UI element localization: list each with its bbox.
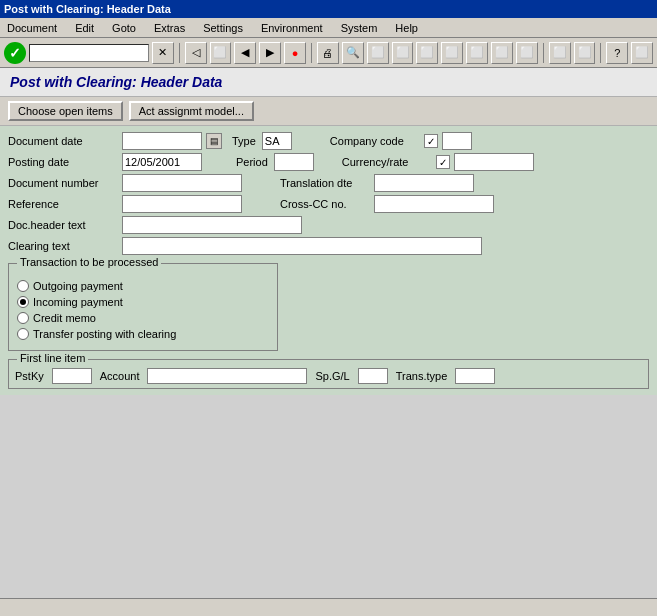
menu-system[interactable]: System <box>338 21 381 35</box>
page-title: Post with Clearing: Header Data <box>10 74 222 90</box>
toolbar-btn3[interactable]: ⬜ <box>367 42 389 64</box>
translation-dte-label: Translation dte <box>280 177 370 189</box>
cross-cc-input[interactable] <box>374 195 494 213</box>
toolbar-btn9[interactable]: ⬜ <box>516 42 538 64</box>
type-input[interactable] <box>262 132 292 150</box>
separator-2 <box>311 43 312 63</box>
currency-rate-label: Currency/rate <box>342 156 432 168</box>
clearing-text-input[interactable] <box>122 237 482 255</box>
incoming-payment-label: Incoming payment <box>33 296 123 308</box>
period-input[interactable] <box>274 153 314 171</box>
outgoing-payment-radio[interactable] <box>17 280 29 292</box>
outgoing-payment-row: Outgoing payment <box>17 280 269 292</box>
currency-rate-input[interactable] <box>454 153 534 171</box>
incoming-payment-radio[interactable] <box>17 296 29 308</box>
calendar-icon[interactable]: ▤ <box>206 133 222 149</box>
toolbar-input[interactable] <box>29 44 149 62</box>
first-line-item-section: First line item PstKy Account Sp.G/L Tra… <box>8 359 649 389</box>
document-date-row: Document date ▤ Type Company code ✓ <box>8 132 649 150</box>
posting-date-label: Posting date <box>8 156 118 168</box>
transaction-section-title: Transaction to be processed <box>17 256 161 268</box>
document-number-input[interactable] <box>122 174 242 192</box>
page-header: Post with Clearing: Header Data <box>0 68 657 97</box>
document-number-row: Document number Translation dte <box>8 174 649 192</box>
confirm-button[interactable]: ✓ <box>4 42 26 64</box>
toolbar-print[interactable]: 🖨 <box>317 42 339 64</box>
choose-open-items-button[interactable]: Choose open items <box>8 101 123 121</box>
clearing-text-row: Clearing text <box>8 237 649 255</box>
trans-type-input[interactable] <box>455 368 495 384</box>
credit-memo-row: Credit memo <box>17 312 269 324</box>
document-number-label: Document number <box>8 177 118 189</box>
toolbar-clear-btn[interactable]: ✕ <box>152 42 174 64</box>
toolbar-stop[interactable]: ● <box>284 42 306 64</box>
outgoing-payment-label: Outgoing payment <box>33 280 123 292</box>
company-code-input[interactable] <box>442 132 472 150</box>
menu-settings[interactable]: Settings <box>200 21 246 35</box>
pstky-label: PstKy <box>15 370 44 382</box>
clearing-text-label: Clearing text <box>8 240 118 252</box>
act-assignment-model-button[interactable]: Act assignmt model... <box>129 101 254 121</box>
doc-header-row: Doc.header text <box>8 216 649 234</box>
credit-memo-label: Credit memo <box>33 312 96 324</box>
toolbar-collapse[interactable]: ⬜ <box>574 42 596 64</box>
status-bar <box>0 598 657 616</box>
separator-1 <box>179 43 180 63</box>
trans-type-label: Trans.type <box>396 370 448 382</box>
toolbar-help2[interactable]: ⬜ <box>631 42 653 64</box>
first-line-item-row: PstKy Account Sp.G/L Trans.type <box>15 368 642 384</box>
menu-edit[interactable]: Edit <box>72 21 97 35</box>
first-line-item-title: First line item <box>17 352 88 364</box>
reference-label: Reference <box>8 198 118 210</box>
currency-rate-checkbox[interactable]: ✓ <box>436 155 450 169</box>
toolbar-nav-fwd[interactable]: ▶ <box>259 42 281 64</box>
action-bar: Choose open items Act assignmt model... <box>0 97 657 126</box>
spgl-input[interactable] <box>358 368 388 384</box>
period-label: Period <box>236 156 268 168</box>
reference-row: Reference Cross-CC no. <box>8 195 649 213</box>
toolbar-find[interactable]: 🔍 <box>342 42 364 64</box>
form-area: Document date ▤ Type Company code ✓ Post… <box>0 126 657 395</box>
company-code-checkbox[interactable]: ✓ <box>424 134 438 148</box>
toolbar-copy-btn[interactable]: ⬜ <box>210 42 232 64</box>
toolbar-btn5[interactable]: ⬜ <box>416 42 438 64</box>
menu-help[interactable]: Help <box>392 21 421 35</box>
title-bar-text: Post with Clearing: Header Data <box>4 3 171 15</box>
pstky-input[interactable] <box>52 368 92 384</box>
document-date-label: Document date <box>8 135 118 147</box>
toolbar-btn7[interactable]: ⬜ <box>466 42 488 64</box>
transfer-posting-row: Transfer posting with clearing <box>17 328 269 340</box>
toolbar-expand[interactable]: ⬜ <box>549 42 571 64</box>
spgl-label: Sp.G/L <box>315 370 349 382</box>
title-bar: Post with Clearing: Header Data <box>0 0 657 18</box>
toolbar-btn8[interactable]: ⬜ <box>491 42 513 64</box>
posting-date-input[interactable] <box>122 153 202 171</box>
separator-3 <box>543 43 544 63</box>
transfer-posting-radio[interactable] <box>17 328 29 340</box>
doc-header-label: Doc.header text <box>8 219 118 231</box>
toolbar-help1[interactable]: ? <box>606 42 628 64</box>
account-input[interactable] <box>147 368 307 384</box>
translation-dte-input[interactable] <box>374 174 474 192</box>
toolbar-prev-btn[interactable]: ◁ <box>185 42 207 64</box>
account-label: Account <box>100 370 140 382</box>
menu-bar: Document Edit Goto Extras Settings Envir… <box>0 18 657 38</box>
toolbar: ✓ ✕ ◁ ⬜ ◀ ▶ ● 🖨 🔍 ⬜ ⬜ ⬜ ⬜ ⬜ ⬜ ⬜ ⬜ ⬜ ? ⬜ <box>0 38 657 68</box>
separator-4 <box>600 43 601 63</box>
transfer-posting-label: Transfer posting with clearing <box>33 328 176 340</box>
toolbar-btn6[interactable]: ⬜ <box>441 42 463 64</box>
toolbar-btn4[interactable]: ⬜ <box>392 42 414 64</box>
menu-extras[interactable]: Extras <box>151 21 188 35</box>
company-code-label: Company code <box>330 135 420 147</box>
type-label: Type <box>232 135 256 147</box>
credit-memo-radio[interactable] <box>17 312 29 324</box>
incoming-payment-row: Incoming payment <box>17 296 269 308</box>
menu-environment[interactable]: Environment <box>258 21 326 35</box>
cross-cc-label: Cross-CC no. <box>280 198 370 210</box>
menu-document[interactable]: Document <box>4 21 60 35</box>
document-date-input[interactable] <box>122 132 202 150</box>
toolbar-nav-back[interactable]: ◀ <box>234 42 256 64</box>
reference-input[interactable] <box>122 195 242 213</box>
doc-header-input[interactable] <box>122 216 302 234</box>
menu-goto[interactable]: Goto <box>109 21 139 35</box>
